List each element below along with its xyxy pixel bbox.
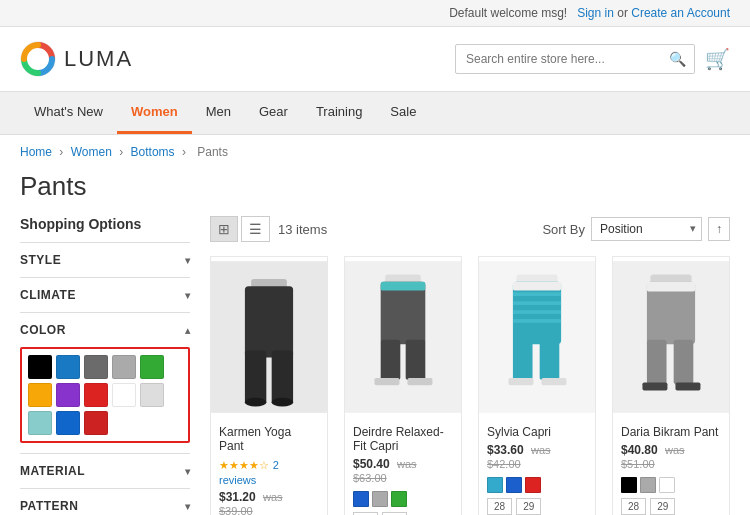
filter-material-header[interactable]: MATERIAL ▾	[20, 454, 190, 488]
svg-rect-14	[374, 378, 399, 385]
grid-view-button[interactable]: ⊞	[210, 216, 238, 242]
logo-text: LUMA	[64, 46, 133, 72]
product-info-2: Deirdre Relaxed-Fit Capri $50.40 was $63…	[345, 417, 461, 515]
cart-button[interactable]: 🛒	[705, 47, 730, 71]
svg-rect-10	[381, 282, 426, 344]
size-options-4: 28 29	[621, 498, 721, 515]
nav-training[interactable]: Training	[302, 92, 376, 134]
breadcrumb-bottoms[interactable]: Bottoms	[131, 145, 175, 159]
svg-rect-32	[647, 340, 667, 385]
swatch-gray-4[interactable]	[640, 477, 656, 493]
nav-sale[interactable]: Sale	[376, 92, 430, 134]
nav-whats-new[interactable]: What's New	[20, 92, 117, 134]
svg-rect-4	[245, 350, 266, 404]
swatch-teal-3[interactable]	[487, 477, 503, 493]
swatch-gray[interactable]	[112, 355, 136, 379]
price-special-1: $31.20	[219, 490, 256, 504]
search-box: 🔍	[455, 44, 695, 74]
size-29-4[interactable]: 29	[650, 498, 675, 515]
logo-icon	[20, 41, 56, 77]
size-28-3[interactable]: 28	[487, 498, 512, 515]
search-input[interactable]	[456, 46, 661, 72]
product-name-2: Deirdre Relaxed-Fit Capri	[353, 425, 453, 453]
page-title: Pants	[0, 169, 750, 216]
size-28-4[interactable]: 28	[621, 498, 646, 515]
svg-rect-34	[642, 383, 667, 391]
swatch-orange[interactable]	[28, 383, 52, 407]
swatch-purple[interactable]	[56, 383, 80, 407]
nav-gear[interactable]: Gear	[245, 92, 302, 134]
filter-pattern-header[interactable]: PATTERN ▾	[20, 489, 190, 515]
svg-rect-5	[272, 350, 293, 404]
filter-material-label: MATERIAL	[20, 464, 85, 478]
swatch-teal[interactable]	[28, 411, 52, 435]
filter-color-label: COLOR	[20, 323, 66, 337]
header: LUMA 🔍 🛒	[0, 27, 750, 92]
nav-men[interactable]: Men	[192, 92, 245, 134]
create-account-link[interactable]: Create an Account	[631, 6, 730, 20]
filter-style-label: STYLE	[20, 253, 61, 267]
swatch-navy[interactable]	[56, 411, 80, 435]
product-info-3: Sylvia Capri $33.60 was $42.00 28 29	[479, 417, 595, 515]
swatch-crimson[interactable]	[84, 411, 108, 435]
svg-rect-22	[513, 319, 561, 323]
svg-rect-31	[647, 282, 695, 292]
product-image-1	[211, 257, 327, 417]
filter-color-header[interactable]: COLOR ▴	[20, 313, 190, 347]
svg-point-7	[272, 398, 293, 407]
swatch-red-3[interactable]	[525, 477, 541, 493]
svg-rect-33	[674, 340, 694, 385]
list-view-button[interactable]: ☰	[241, 216, 270, 242]
swatch-red[interactable]	[84, 383, 108, 407]
swatch-black-4[interactable]	[621, 477, 637, 493]
sidebar: Shopping Options STYLE ▾ CLIMATE ▾ COLOR…	[20, 216, 190, 515]
size-29-3[interactable]: 29	[516, 498, 541, 515]
swatch-dark-gray[interactable]	[84, 355, 108, 379]
filter-style-header[interactable]: STYLE ▾	[20, 243, 190, 277]
swatch-black[interactable]	[28, 355, 52, 379]
product-name-3: Sylvia Capri	[487, 425, 587, 439]
product-image-2	[345, 257, 461, 417]
toolbar-right: Sort By Position Product Name Price ↑	[542, 217, 730, 241]
or-text: or	[617, 6, 628, 20]
search-button[interactable]: 🔍	[661, 45, 694, 73]
welcome-message: Default welcome msg!	[449, 6, 567, 20]
sort-direction-button[interactable]: ↑	[708, 217, 730, 241]
swatch-green-2[interactable]	[391, 491, 407, 507]
product-card-1: Karmen Yoga Pant ★★★★☆ 2 reviews $31.20 …	[210, 256, 328, 515]
product-name-4: Daria Bikram Pant	[621, 425, 721, 439]
product-grid: Karmen Yoga Pant ★★★★☆ 2 reviews $31.20 …	[210, 256, 730, 515]
breadcrumb-sep-3: ›	[182, 145, 189, 159]
filter-climate-header[interactable]: CLIMATE ▾	[20, 278, 190, 312]
svg-rect-15	[407, 378, 432, 385]
signin-link[interactable]: Sign in	[577, 6, 614, 20]
filter-color-content	[20, 347, 190, 453]
product-name-1: Karmen Yoga Pant	[219, 425, 319, 453]
swatch-blue[interactable]	[56, 355, 80, 379]
swatch-gray-2[interactable]	[372, 491, 388, 507]
svg-rect-3	[245, 286, 293, 357]
logo[interactable]: LUMA	[20, 41, 133, 77]
color-swatch-grid	[20, 347, 190, 443]
product-info-1: Karmen Yoga Pant ★★★★☆ 2 reviews $31.20 …	[211, 417, 327, 515]
svg-rect-26	[508, 378, 533, 385]
swatch-blue-2[interactable]	[353, 491, 369, 507]
main-content: Shopping Options STYLE ▾ CLIMATE ▾ COLOR…	[0, 216, 750, 515]
product-price-1: $31.20 was $39.00	[219, 490, 319, 515]
swatch-blue-3[interactable]	[506, 477, 522, 493]
svg-rect-23	[513, 282, 561, 291]
product-card-3: Sylvia Capri $33.60 was $42.00 28 29	[478, 256, 596, 515]
swatch-green[interactable]	[140, 355, 164, 379]
filter-material-chevron: ▾	[185, 466, 191, 477]
main-nav: What's New Women Men Gear Training Sale	[0, 92, 750, 135]
svg-rect-25	[540, 340, 560, 380]
breadcrumb-women[interactable]: Women	[71, 145, 112, 159]
product-price-2: $50.40 was $63.00	[353, 457, 453, 485]
nav-women[interactable]: Women	[117, 92, 192, 134]
swatch-white[interactable]	[112, 383, 136, 407]
swatch-white-4[interactable]	[659, 477, 675, 493]
swatch-light-gray[interactable]	[140, 383, 164, 407]
price-special-4: $40.80	[621, 443, 658, 457]
sort-select[interactable]: Position Product Name Price	[591, 217, 702, 241]
breadcrumb-home[interactable]: Home	[20, 145, 52, 159]
